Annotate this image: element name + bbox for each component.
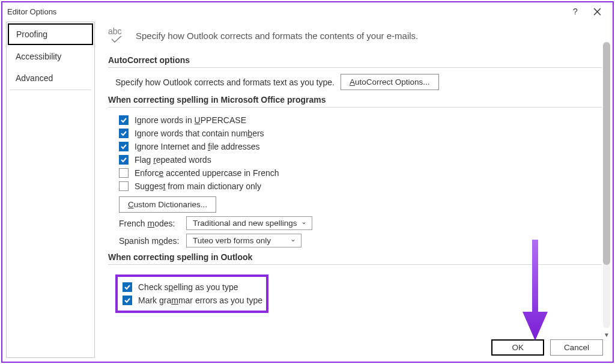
sidebar-item-advanced[interactable]: Advanced [8, 68, 93, 88]
check-label: Check spelling as you type [138, 282, 238, 292]
sidebar-item-proofing[interactable]: Proofing [8, 23, 93, 45]
spanish-modes-label: Spanish modes: [119, 236, 181, 246]
checkbox-icon [123, 282, 132, 292]
check-enforce-accented[interactable]: Enforce accented uppercase in French [119, 166, 602, 180]
check-label: Mark grammar errors as you type [138, 296, 262, 305]
scroll-thumb[interactable] [603, 42, 610, 265]
check-label: Ignore Internet and file addresses [135, 142, 260, 151]
scroll-track[interactable] [603, 42, 610, 328]
check-ignore-numbers[interactable]: Ignore words that contain numbers [119, 127, 602, 140]
highlight-annotation: Check spelling as you type Mark grammar … [115, 275, 268, 313]
check-label: Ignore words in UPPERCASE [135, 115, 246, 125]
check-grammar-as-you-type[interactable]: Mark grammar errors as you type [123, 294, 262, 307]
ok-button[interactable]: OK [491, 339, 544, 356]
help-icon[interactable]: ? [565, 3, 586, 20]
checkbox-icon [119, 129, 129, 138]
french-modes-label: French modes: [119, 219, 181, 228]
checkbox-icon [119, 155, 129, 165]
scroll-down-icon[interactable]: ▼ [603, 330, 610, 339]
autocorrect-options-button[interactable]: AutoCorrect Options... [341, 74, 439, 90]
close-icon[interactable] [586, 3, 608, 20]
section-header-autocorrect: AutoCorrect options [108, 55, 602, 65]
window-title: Editor Options [7, 7, 56, 16]
editor-options-dialog: Editor Options ? Proofing Accessibility … [1, 1, 614, 363]
checkbox-icon [119, 115, 129, 125]
check-label: Suggest from main dictionary only [135, 181, 261, 191]
sidebar-divider [10, 89, 91, 90]
custom-dictionaries-button[interactable]: Custom Dictionaries... [119, 196, 216, 213]
check-suggest-main-dict[interactable]: Suggest from main dictionary only [119, 180, 602, 193]
checkbox-icon [119, 142, 129, 151]
sidebar: Proofing Accessibility Advanced [6, 22, 95, 358]
check-spelling-as-you-type[interactable]: Check spelling as you type [123, 281, 262, 294]
cancel-button[interactable]: Cancel [550, 339, 603, 356]
sidebar-item-label: Accessibility [16, 52, 61, 61]
checkbox-icon [123, 296, 132, 305]
checkbox-icon [119, 168, 129, 178]
section-header-office-spelling: When correcting spelling in Microsoft Of… [108, 95, 602, 105]
spanish-modes-dropdown[interactable]: Tuteo verb forms only [186, 234, 301, 247]
section-header-outlook-spelling: When correcting spelling in Outlook [108, 252, 602, 262]
sidebar-item-accessibility[interactable]: Accessibility [8, 46, 93, 67]
sidebar-item-label: Advanced [16, 73, 53, 83]
french-modes-dropdown[interactable]: Traditional and new spellings [186, 216, 312, 230]
scrollbar[interactable]: ▲ ▼ [603, 42, 610, 328]
intro-text: Specify how Outlook corrects and formats… [136, 31, 418, 41]
section-rule [108, 107, 602, 108]
section-rule [108, 67, 602, 68]
check-ignore-uppercase[interactable]: Ignore words in UPPERCASE [119, 114, 602, 127]
checkbox-icon [119, 181, 129, 191]
check-ignore-internet[interactable]: Ignore Internet and file addresses [119, 140, 602, 153]
check-label: Ignore words that contain numbers [135, 129, 264, 138]
sidebar-item-label: Proofing [16, 29, 47, 39]
proofing-icon: abc [108, 26, 127, 44]
check-flag-repeated[interactable]: Flag repeated words [119, 153, 602, 166]
check-label: Flag repeated words [135, 155, 211, 165]
dialog-footer: OK Cancel [491, 339, 603, 356]
titlebar: Editor Options ? [2, 2, 613, 20]
check-label: Enforce accented uppercase in French [135, 168, 279, 178]
autocorrect-desc: Specify how Outlook corrects and formats… [115, 77, 335, 87]
content-panel: abc Specify how Outlook corrects and for… [95, 20, 613, 362]
section-rule [108, 264, 602, 265]
